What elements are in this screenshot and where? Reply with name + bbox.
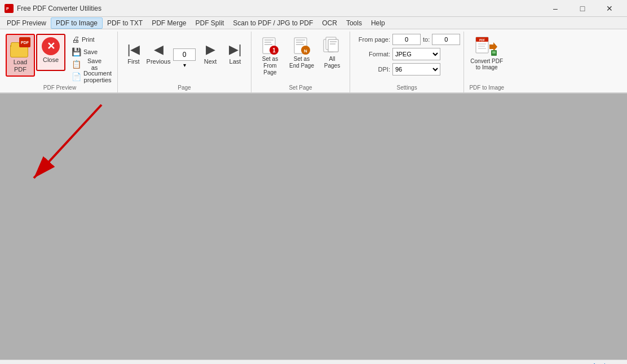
all-pages-button[interactable]: AllPages: [318, 34, 346, 72]
menu-pdf-to-txt[interactable]: PDF to TXT: [103, 18, 147, 28]
print-label: Print: [82, 36, 95, 43]
doc-properties-label: Documentproperties: [83, 70, 112, 83]
svg-line-29: [34, 105, 101, 178]
format-select[interactable]: JPEG PNG BMP TIFF: [392, 48, 440, 60]
menu-scan-to-pdf[interactable]: Scan to PDF / JPG to PDF: [228, 18, 317, 28]
print-button[interactable]: 🖨 Print: [69, 34, 108, 45]
pdf-preview-ribbon-group: PDF LoadPDF ✕ Close 🖨 Print 💾: [2, 32, 118, 92]
menu-pdf-to-image[interactable]: PDF to Image: [51, 17, 103, 29]
format-label: Format:: [354, 51, 390, 57]
from-page-label: From page:: [354, 36, 390, 43]
window-controls: – □ ✕: [542, 0, 622, 17]
set-end-page-icon: N: [293, 37, 311, 55]
page-dropdown-arrow[interactable]: ▾: [183, 62, 186, 68]
menu-tools[interactable]: Tools: [342, 18, 367, 28]
svg-rect-24: [478, 48, 486, 49]
svg-rect-22: [478, 43, 486, 45]
previous-button[interactable]: ◀ Previous: [146, 39, 171, 77]
app-icon: P: [5, 4, 14, 13]
close-label: Close: [43, 56, 59, 64]
load-pdf-label: LoadPDF: [14, 59, 27, 73]
next-button[interactable]: ▶ Next: [198, 39, 223, 77]
svg-text:1: 1: [272, 47, 276, 54]
all-pages-label: AllPages: [324, 56, 340, 69]
convert-pdf-to-image-label: Convert PDFto Image: [470, 58, 503, 70]
svg-rect-9: [296, 39, 305, 41]
next-label: Next: [204, 58, 217, 65]
dpi-select[interactable]: 96 150 200 300: [392, 63, 440, 76]
page-number-input[interactable]: [173, 48, 196, 61]
close-icon: ✕: [42, 37, 60, 55]
last-label: Last: [229, 58, 241, 65]
all-pages-icon: [323, 37, 341, 55]
save-label: Save: [83, 48, 98, 55]
first-button[interactable]: |◀ First: [121, 39, 146, 77]
svg-marker-25: [489, 42, 497, 51]
load-pdf-icon: PDF: [10, 37, 30, 57]
svg-text:N: N: [304, 48, 307, 54]
close-button[interactable]: ✕ Close: [36, 34, 65, 71]
convert-pdf-to-image-icon: PDF: [475, 37, 498, 57]
save-icon: 💾: [72, 47, 81, 56]
set-from-page-label: Set asFrom Page: [257, 56, 284, 76]
svg-rect-17: [330, 41, 337, 42]
menu-pdf-preview[interactable]: PDF Preview: [2, 18, 51, 28]
set-page-group-label: Set Page: [255, 82, 346, 92]
svg-rect-23: [478, 46, 485, 47]
first-label: First: [127, 58, 139, 65]
previous-label: Previous: [147, 58, 171, 65]
dpi-label: DPI:: [354, 66, 390, 73]
save-as-label: Save as: [83, 57, 105, 71]
from-page-row: From page: to:: [354, 34, 460, 45]
menu-help[interactable]: Help: [367, 18, 390, 28]
menu-pdf-split[interactable]: PDF Split: [191, 18, 229, 28]
to-page-input[interactable]: [432, 34, 460, 45]
format-row: Format: JPEG PNG BMP TIFF: [354, 48, 440, 60]
last-button[interactable]: ▶| Last: [223, 39, 248, 77]
dpi-row: DPI: 96 150 200 300: [354, 63, 440, 76]
next-icon: ▶: [206, 42, 215, 57]
pdf-to-image-group-label: PDF to Image: [467, 82, 506, 92]
set-from-page-button[interactable]: 1 Set asFrom Page: [255, 34, 285, 79]
first-icon: |◀: [127, 42, 140, 57]
ribbon: PDF LoadPDF ✕ Close 🖨 Print 💾: [0, 29, 627, 94]
load-pdf-button[interactable]: PDF LoadPDF: [6, 34, 35, 77]
pdf-preview-group-label: PDF Preview: [6, 82, 114, 92]
to-label: to:: [423, 36, 430, 43]
print-icon: 🖨: [72, 35, 80, 44]
settings-group-label: Settings: [354, 82, 460, 92]
doc-properties-icon: 📄: [72, 72, 81, 81]
svg-rect-10: [296, 42, 303, 43]
settings-ribbon-group: From page: to: Format: JPEG PNG BMP TIFF…: [350, 32, 464, 92]
set-end-page-button[interactable]: N Set asEnd Page: [286, 34, 317, 72]
svg-rect-5: [264, 44, 272, 45]
menu-pdf-merge[interactable]: PDF Merge: [147, 18, 191, 28]
save-as-button[interactable]: 📋 Save as: [69, 59, 108, 70]
page-group-label: Page: [121, 82, 248, 92]
maximize-button[interactable]: □: [569, 0, 595, 17]
menu-ocr[interactable]: OCR: [317, 18, 342, 28]
save-button[interactable]: 💾 Save: [69, 46, 108, 57]
set-from-page-icon: 1: [261, 37, 279, 55]
svg-rect-3: [264, 39, 273, 41]
convert-pdf-to-image-button[interactable]: PDF Convert PDFto Image: [467, 34, 506, 73]
svg-rect-27: [492, 51, 496, 54]
pdf-to-image-ribbon-group: PDF Convert PDFto Image PDF to Image: [464, 32, 509, 92]
last-icon: ▶|: [229, 42, 242, 57]
previous-icon: ◀: [154, 42, 164, 57]
save-as-icon: 📋: [72, 60, 81, 69]
page-ribbon-group: |◀ First ◀ Previous ▾ ▶ Next ▶| Last: [118, 32, 251, 92]
svg-rect-18: [330, 43, 335, 45]
svg-text:PDF: PDF: [479, 38, 485, 42]
set-end-page-label: Set asEnd Page: [289, 56, 314, 69]
svg-text:P: P: [6, 7, 9, 11]
title-bar: P Free PDF Converter Utilities – □ ✕: [0, 0, 627, 17]
svg-rect-11: [296, 44, 304, 45]
from-page-input[interactable]: [392, 34, 421, 45]
arrow-annotation: [17, 99, 130, 212]
set-page-ribbon-group: 1 Set asFrom Page N: [251, 32, 350, 92]
minimize-button[interactable]: –: [542, 0, 568, 17]
close-window-button[interactable]: ✕: [597, 0, 622, 17]
page-number-group: ▾: [173, 48, 196, 68]
document-properties-button[interactable]: 📄 Documentproperties: [69, 71, 114, 82]
